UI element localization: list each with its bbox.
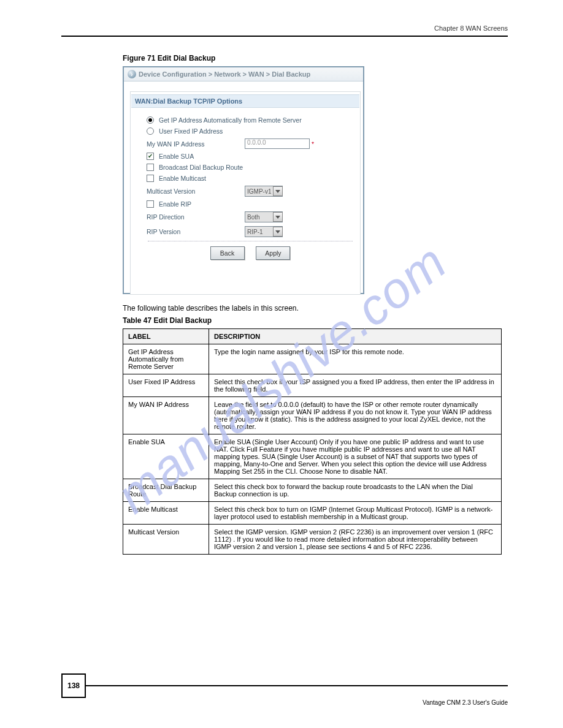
radio-auto-ip-label: Get IP Address Automatically from Remote… [159, 116, 302, 124]
broadcast-label: Broadcast Dial Backup Route [159, 164, 243, 171]
enable-multicast-label: Enable Multicast [159, 175, 206, 182]
broadcast-checkbox[interactable] [147, 164, 154, 171]
enable-multicast-checkbox[interactable] [147, 175, 154, 182]
page-number: 138 [61, 673, 86, 698]
config-screenshot: › Device Configuration > Network > WAN >… [123, 66, 364, 294]
table-intro-text: The following table describes the labels… [123, 304, 508, 313]
enable-sua-label: Enable SUA [159, 153, 194, 160]
rip-version-select[interactable]: RIP-1 [245, 226, 283, 237]
divider [148, 241, 353, 241]
page-footer: 138 Vantage CNM 2.3 User's Guide [61, 673, 508, 706]
breadcrumb-icon: › [128, 70, 136, 78]
th-label: LABEL [123, 329, 209, 344]
rip-direction-select[interactable]: Both [245, 211, 283, 222]
panel-title: WAN:Dial Backup TCP/IP Options [131, 94, 359, 108]
figure-caption: Figure 71 Edit Dial Backup [123, 54, 508, 63]
back-button[interactable]: Back [210, 246, 245, 260]
enable-sua-checkbox[interactable] [147, 153, 154, 160]
chevron-down-icon [273, 212, 283, 222]
header-rule [61, 36, 508, 37]
footer-guide-text: Vantage CNM 2.3 User's Guide [61, 699, 508, 706]
footer-rule [86, 685, 508, 686]
chevron-down-icon [273, 186, 283, 196]
apply-button[interactable]: Apply [256, 246, 290, 260]
multicast-version-select[interactable]: IGMP-v1 [245, 186, 283, 197]
table-row: User Fixed IP AddressSelect this check b… [123, 374, 502, 397]
breadcrumb: › Device Configuration > Network > WAN >… [124, 67, 363, 82]
chevron-down-icon [273, 227, 283, 237]
th-desc: DESCRIPTION [209, 329, 502, 344]
multicast-version-label: Multicast Version [147, 188, 245, 195]
enable-rip-label: Enable RIP [159, 200, 191, 208]
table-row: Broadcast Dial Backup RouteSelect this c… [123, 479, 502, 502]
radio-auto-ip[interactable] [147, 116, 154, 124]
description-table: LABEL DESCRIPTION Get IP Address Automat… [123, 328, 502, 555]
breadcrumb-text: Device Configuration > Network > WAN > D… [139, 70, 310, 78]
table-caption: Table 47 Edit Dial Backup [123, 316, 508, 325]
rip-version-label: RIP Version [147, 228, 245, 235]
table-row: Enable MulticastSelect this check box to… [123, 502, 502, 525]
table-row: Get IP Address Automatically from Remote… [123, 344, 502, 374]
enable-rip-checkbox[interactable] [147, 200, 154, 208]
chapter-heading: Chapter 8 WAN Screens [61, 25, 508, 32]
table-row: Multicast VersionSelect the IGMP version… [123, 525, 502, 555]
my-wan-ip-input[interactable]: 0.0.0.0 [245, 138, 310, 149]
table-row: My WAN IP AddressLeave the field set to … [123, 397, 502, 434]
table-row: Enable SUAEnable SUA (Single User Accoun… [123, 434, 502, 479]
rip-direction-label: RIP Direction [147, 213, 245, 221]
required-asterisk: * [312, 140, 314, 148]
my-wan-ip-label: My WAN IP Address [147, 140, 245, 148]
radio-fixed-ip-label: User Fixed IP Address [159, 127, 223, 135]
radio-fixed-ip[interactable] [147, 127, 154, 135]
